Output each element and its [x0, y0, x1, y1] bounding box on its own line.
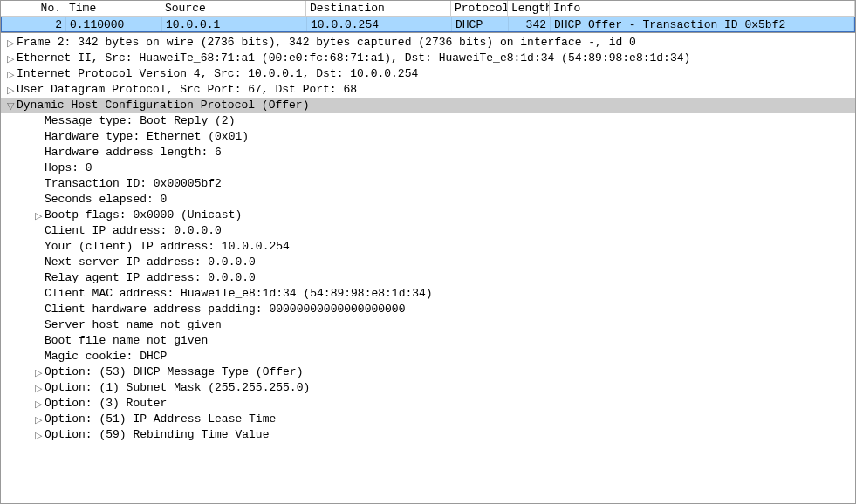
- tree-label: Your (client) IP address: 10.0.0.254: [45, 239, 290, 255]
- cell-src: 10.0.0.1: [162, 17, 307, 31]
- cell-no: 2: [2, 17, 66, 31]
- col-header-src[interactable]: Source: [161, 1, 306, 16]
- tree-label: Client hardware address padding: 0000000…: [45, 302, 405, 317]
- dhcp-msgtype[interactable]: Message type: Boot Reply (2): [1, 113, 855, 129]
- tree-label: Bootp flags: 0x0000 (Unicast): [45, 208, 242, 223]
- dhcp-hops[interactable]: Hops: 0: [1, 160, 855, 176]
- tree-label: Boot file name not given: [45, 333, 208, 349]
- tree-ip[interactable]: ▷ Internet Protocol Version 4, Src: 10.0…: [1, 66, 855, 82]
- packet-details-pane[interactable]: ▷ Frame 2: 342 bytes on wire (2736 bits)…: [0, 33, 856, 504]
- tree-label: Transaction ID: 0x00005bf2: [45, 176, 222, 192]
- tree-label: Seconds elapsed: 0: [45, 192, 167, 208]
- tree-label: Client MAC address: HuaweiTe_e8:1d:34 (5…: [45, 286, 433, 302]
- dhcp-giaddr[interactable]: Relay agent IP address: 0.0.0.0: [1, 270, 855, 286]
- cell-proto: DHCP: [452, 17, 509, 31]
- tree-udp[interactable]: ▷ User Datagram Protocol, Src Port: 67, …: [1, 82, 855, 98]
- cell-dst: 10.0.0.254: [307, 17, 452, 31]
- chevron-right-icon[interactable]: ▷: [32, 412, 45, 427]
- chevron-right-icon[interactable]: ▷: [32, 427, 45, 443]
- tree-label: Dynamic Host Configuration Protocol (Off…: [17, 98, 309, 113]
- chevron-right-icon[interactable]: ▷: [32, 208, 45, 223]
- tree-label: Client IP address: 0.0.0.0: [45, 223, 222, 239]
- cell-time: 0.110000: [66, 17, 162, 31]
- tree-label: Option: (53) DHCP Message Type (Offer): [45, 364, 303, 380]
- tree-label: Option: (3) Router: [45, 396, 167, 412]
- tree-label: Hops: 0: [45, 160, 92, 176]
- tree-label: Message type: Boot Reply (2): [45, 113, 235, 129]
- dhcp-chpad[interactable]: Client hardware address padding: 0000000…: [1, 302, 855, 317]
- dhcp-flags[interactable]: ▷ Bootp flags: 0x0000 (Unicast): [1, 208, 855, 223]
- chevron-right-icon[interactable]: ▷: [32, 364, 45, 380]
- dhcp-sname[interactable]: Server host name not given: [1, 317, 855, 333]
- dhcp-ciaddr[interactable]: Client IP address: 0.0.0.0: [1, 223, 855, 239]
- tree-dhcp[interactable]: ▽ Dynamic Host Configuration Protocol (O…: [1, 98, 855, 113]
- dhcp-opt53[interactable]: ▷ Option: (53) DHCP Message Type (Offer): [1, 364, 855, 380]
- dhcp-siaddr[interactable]: Next server IP address: 0.0.0.0: [1, 255, 855, 270]
- tree-label: Option: (51) IP Address Lease Time: [45, 412, 276, 427]
- dhcp-hwlen[interactable]: Hardware address length: 6: [1, 145, 855, 160]
- cell-info: DHCP Offer - Transaction ID 0x5bf2: [551, 17, 854, 31]
- tree-label: Relay agent IP address: 0.0.0.0: [45, 270, 256, 286]
- cell-len: 342: [509, 17, 551, 31]
- tree-label: Ethernet II, Src: HuaweiTe_68:71:a1 (00:…: [17, 51, 690, 66]
- col-header-no[interactable]: No.: [1, 1, 65, 16]
- col-header-dst[interactable]: Destination: [306, 1, 451, 16]
- dhcp-chaddr[interactable]: Client MAC address: HuaweiTe_e8:1d:34 (5…: [1, 286, 855, 302]
- chevron-right-icon[interactable]: ▷: [32, 396, 45, 412]
- dhcp-opt51[interactable]: ▷ Option: (51) IP Address Lease Time: [1, 412, 855, 427]
- chevron-right-icon[interactable]: ▷: [4, 66, 17, 82]
- tree-frame[interactable]: ▷ Frame 2: 342 bytes on wire (2736 bits)…: [1, 35, 855, 51]
- dhcp-xid[interactable]: Transaction ID: 0x00005bf2: [1, 176, 855, 192]
- col-header-info[interactable]: Info: [550, 1, 855, 16]
- packet-list-header[interactable]: No. Time Source Destination Protocol Len…: [1, 1, 855, 17]
- dhcp-opt1[interactable]: ▷ Option: (1) Subnet Mask (255.255.255.0…: [1, 380, 855, 396]
- dhcp-bootfile[interactable]: Boot file name not given: [1, 333, 855, 349]
- tree-label: User Datagram Protocol, Src Port: 67, Ds…: [17, 82, 357, 98]
- tree-label: Option: (1) Subnet Mask (255.255.255.0): [45, 380, 310, 396]
- tree-label: Frame 2: 342 bytes on wire (2736 bits), …: [17, 35, 636, 51]
- chevron-right-icon[interactable]: ▷: [4, 35, 17, 51]
- tree-ethernet[interactable]: ▷ Ethernet II, Src: HuaweiTe_68:71:a1 (0…: [1, 51, 855, 66]
- tree-label: Hardware address length: 6: [45, 145, 222, 160]
- chevron-right-icon[interactable]: ▷: [4, 82, 17, 98]
- packet-list-pane: No. Time Source Destination Protocol Len…: [0, 0, 856, 33]
- dhcp-cookie[interactable]: Magic cookie: DHCP: [1, 349, 855, 364]
- dhcp-hwtype[interactable]: Hardware type: Ethernet (0x01): [1, 129, 855, 145]
- dhcp-opt3[interactable]: ▷ Option: (3) Router: [1, 396, 855, 412]
- packet-row[interactable]: 2 0.110000 10.0.0.1 10.0.0.254 DHCP 342 …: [1, 17, 855, 32]
- dhcp-yiaddr[interactable]: Your (client) IP address: 10.0.0.254: [1, 239, 855, 255]
- col-header-time[interactable]: Time: [65, 1, 161, 16]
- tree-label: Option: (59) Rebinding Time Value: [45, 427, 269, 443]
- tree-label: Magic cookie: DHCP: [45, 349, 167, 364]
- col-header-len[interactable]: Length: [508, 1, 550, 16]
- tree-label: Server host name not given: [45, 317, 222, 333]
- tree-label: Internet Protocol Version 4, Src: 10.0.0…: [17, 66, 418, 82]
- dhcp-opt59[interactable]: ▷ Option: (59) Rebinding Time Value: [1, 427, 855, 443]
- chevron-right-icon[interactable]: ▷: [4, 51, 17, 66]
- col-header-proto[interactable]: Protocol: [451, 1, 508, 16]
- chevron-down-icon[interactable]: ▽: [4, 98, 17, 113]
- dhcp-secs[interactable]: Seconds elapsed: 0: [1, 192, 855, 208]
- tree-label: Next server IP address: 0.0.0.0: [45, 255, 256, 270]
- chevron-right-icon[interactable]: ▷: [32, 380, 45, 396]
- tree-label: Hardware type: Ethernet (0x01): [45, 129, 249, 145]
